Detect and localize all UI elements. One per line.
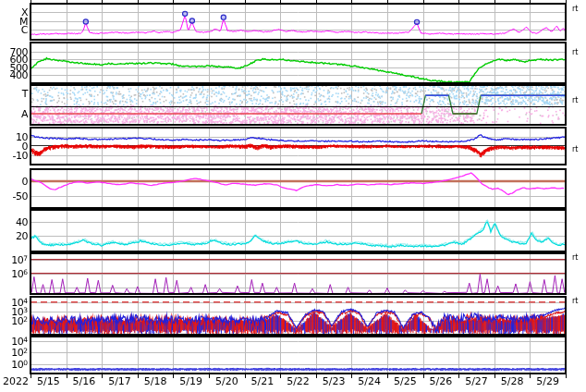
x-axis-date-label: 5/23 [323, 376, 346, 386]
y-axis-label-low-energy-flux: 100 [0, 359, 28, 369]
y-axis-label-dst-index: 0 [0, 177, 28, 187]
y-axis-label-electron-flux: 102 [0, 315, 28, 325]
x-axis-year-label: 2022 [3, 376, 29, 386]
x-axis-date-label: 5/22 [287, 376, 310, 386]
x-axis-date-label: 5/26 [430, 376, 453, 386]
x-axis-date-label: 5/21 [251, 376, 275, 386]
right-axis-label-imf-bt-bz: rt [572, 146, 578, 153]
right-axis-label-solar-wind-speed: rt [572, 49, 578, 56]
x-axis-date-label: 5/29 [536, 376, 559, 386]
x-axis-date-label: 5/18 [144, 376, 167, 386]
y-axis-label-imf-bt-bz: -10 [0, 150, 28, 160]
x-axis-date-label: 5/15 [37, 376, 60, 386]
y-axis-label-t-a-activity: T [0, 89, 28, 99]
y-axis-label-goes-xray-flux: C [0, 25, 28, 35]
x-axis-date-label: 5/24 [358, 376, 381, 386]
y-axis-label-geomagnetic-activity: 20 [0, 231, 28, 241]
right-axis-label-t-a-activity: rt [572, 97, 578, 104]
y-axis-label-solar-wind-speed: 400 [0, 70, 28, 80]
x-axis-date-label: 5/27 [465, 376, 488, 386]
x-axis-date-label: 5/19 [179, 376, 202, 386]
y-axis-label-high-energy-proton-flux: 106 [0, 268, 28, 278]
x-axis-date-label: 5/25 [394, 376, 417, 386]
right-axis-label-electron-flux: rt [572, 298, 578, 305]
y-axis-label-geomagnetic-activity: 40 [0, 217, 28, 227]
y-axis-label-t-a-activity: A [0, 109, 28, 119]
solar-terrestrial-activity-chart: 2022 XMCrt700600500400rtTArt100-10rt0-50… [0, 0, 586, 392]
y-axis-label-low-energy-flux: 104 [0, 337, 28, 347]
plot-canvas [0, 0, 586, 392]
right-axis-label-high-energy-proton-flux: rt [572, 254, 578, 262]
x-axis-date-label: 5/28 [501, 376, 524, 386]
x-axis-date-label: 5/20 [215, 376, 238, 386]
x-axis-date-label: 5/16 [73, 376, 96, 386]
y-axis-label-high-energy-proton-flux: 107 [0, 254, 28, 264]
y-axis-label-low-energy-flux: 102 [0, 348, 28, 358]
right-axis-label-goes-xray-flux: rt [572, 6, 578, 13]
x-axis-date-label: 5/17 [108, 376, 131, 386]
y-axis-label-dst-index: -50 [0, 190, 28, 201]
